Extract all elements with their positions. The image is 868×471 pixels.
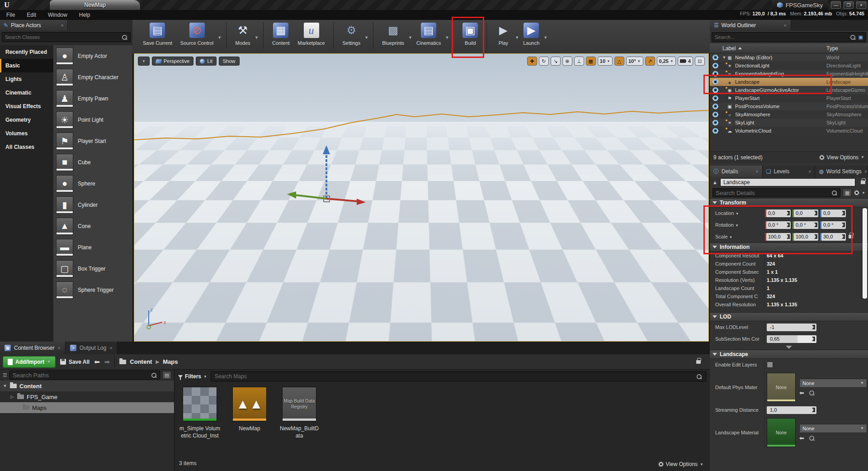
search-maps-input[interactable] — [215, 373, 696, 380]
browse-icon[interactable] — [809, 435, 815, 441]
output-log-tab[interactable]: >Output Log× — [66, 342, 118, 354]
use-selected-arrow-icon[interactable]: ⬅ — [799, 435, 804, 442]
place-actors-tab[interactable]: ✎ Place Actors × — [0, 20, 68, 31]
details-scrollbar[interactable] — [863, 208, 867, 299]
lit-button[interactable]: Lit — [196, 57, 217, 66]
world-coordinate-button[interactable]: ⊕ — [562, 57, 572, 66]
location-z-field[interactable]: 0,0 — [820, 209, 846, 217]
close-button[interactable]: × — [856, 1, 866, 9]
asset-newmap-builtdata[interactable]: Map Build Data Registry NewMap_BuiltData — [278, 387, 320, 439]
category-volumes[interactable]: Volumes — [0, 127, 53, 140]
category-all-classes[interactable]: All Classes — [0, 140, 53, 154]
viewport-options-button[interactable]: ▼ — [138, 57, 150, 66]
list-item[interactable]: ▢Box Trigger — [53, 258, 132, 279]
perspective-button[interactable]: Perspective — [152, 57, 193, 66]
list-item[interactable]: ⚑Player Start — [53, 130, 132, 152]
list-item[interactable]: ♙Empty Character — [53, 67, 132, 88]
scale-snap-toggle[interactable]: ↗ — [645, 57, 655, 66]
surface-snap-button[interactable]: ⊥ — [574, 57, 584, 66]
build-button[interactable]: ▣ Build — [458, 22, 482, 47]
launch-button[interactable]: ▶ Launch — [519, 22, 543, 47]
close-icon[interactable]: × — [784, 23, 787, 28]
visibility-eye-icon[interactable] — [712, 95, 718, 101]
breadcrumb-content[interactable]: Content — [130, 358, 152, 365]
chevron-down-icon[interactable]: ▼ — [515, 35, 519, 40]
expand-arrow-icon[interactable]: ▼ — [3, 384, 7, 388]
search-details-input[interactable] — [716, 190, 831, 196]
show-button[interactable]: Show — [219, 57, 240, 66]
scale-tool-button[interactable]: ↘ — [551, 57, 561, 66]
expand-arrow-icon[interactable]: ▷ — [10, 395, 14, 399]
spinner-icon[interactable] — [841, 234, 845, 239]
list-item[interactable]: ▬Plane — [53, 237, 132, 258]
settings-button[interactable]: ⚙ Settings — [338, 22, 364, 47]
visibility-eye-icon[interactable] — [712, 55, 718, 61]
content-browser-tab[interactable]: ▦Content Browser× — [0, 342, 66, 354]
lock-icon[interactable] — [849, 235, 853, 238]
save-all-button[interactable]: Save All — [60, 359, 90, 365]
chevron-down-icon[interactable]: ▼ — [735, 224, 739, 228]
location-y-field[interactable]: 0,0 — [793, 209, 818, 217]
spinner-icon[interactable] — [813, 211, 817, 215]
table-row[interactable]: ≈ExponentialHeightFogExponentialHeightFo… — [710, 70, 868, 78]
back-arrow-icon[interactable]: ⬅ — [94, 358, 100, 366]
landscape-material-thumbnail[interactable]: None — [767, 418, 796, 447]
rotation-x-field[interactable]: 0,0 ° — [765, 221, 791, 229]
chevron-down-icon[interactable]: ▼ — [736, 212, 739, 216]
spinner-icon[interactable] — [841, 211, 845, 215]
grid-snap-toggle[interactable]: ▦ — [586, 57, 596, 66]
menu-window[interactable]: Window — [48, 12, 67, 18]
chevron-down-icon[interactable]: ▼ — [543, 35, 547, 40]
spinner-icon[interactable] — [811, 325, 815, 329]
sources-toggle-icon[interactable]: ☰ — [3, 372, 7, 378]
close-icon[interactable]: × — [808, 169, 811, 174]
list-item[interactable]: ▮Cylinder — [53, 194, 132, 215]
level-tab[interactable]: NewMap — [50, 0, 140, 10]
blueprints-button[interactable]: ▩ Blueprints — [378, 22, 408, 47]
expand-arrow-icon[interactable]: ▼ — [722, 55, 726, 60]
category-visual-effects[interactable]: Visual Effects — [0, 100, 53, 113]
grid-snap-value[interactable]: 10▼ — [598, 57, 613, 66]
list-item[interactable]: ☀Point Light — [53, 109, 132, 130]
marketplace-button[interactable]: u Marketplace — [294, 22, 329, 47]
category-recently-placed[interactable]: Recently Placed — [0, 45, 53, 59]
close-icon[interactable]: × — [109, 345, 112, 351]
browse-icon[interactable] — [809, 390, 815, 396]
list-item[interactable]: ▲Cone — [53, 215, 132, 237]
spinner-icon[interactable] — [813, 223, 817, 227]
rotate-tool-button[interactable]: ↻ — [539, 57, 549, 66]
eye-icon[interactable] — [854, 190, 859, 195]
table-row-landscape-selected[interactable]: ▲LandscapeLandscape — [710, 78, 868, 86]
source-control-button[interactable]: ⊘ Source Control — [176, 22, 217, 47]
tab-levels[interactable]: ❏Levels× — [763, 166, 816, 177]
modes-button[interactable]: ⚒ Modes — [231, 22, 255, 47]
visibility-eye-icon[interactable] — [712, 120, 718, 126]
section-landscape[interactable]: Landscape — [710, 350, 868, 359]
section-information[interactable]: Information — [710, 243, 868, 252]
tab-details[interactable]: ⓘDetails× — [710, 166, 763, 177]
forward-arrow-icon[interactable]: ➡ — [104, 358, 110, 366]
table-row[interactable]: ⚑PlayerStartPlayerStart — [710, 94, 868, 102]
use-selected-arrow-icon[interactable]: ⬅ — [799, 390, 804, 396]
search-classes-input[interactable] — [5, 34, 122, 40]
tree-item-fps-game[interactable]: ▷FPS_Game — [0, 391, 174, 402]
add-import-button[interactable]: Add/Import▼ — [3, 356, 56, 368]
section-lod[interactable]: LOD — [710, 312, 868, 321]
chevron-down-icon[interactable]: ▼ — [217, 35, 222, 40]
minimize-button[interactable]: — — [831, 1, 841, 9]
transform-gizmo[interactable] — [283, 140, 369, 217]
asset-newmap[interactable]: ▲▲ NewMap — [229, 387, 270, 439]
actor-name-field[interactable] — [720, 178, 855, 186]
phys-material-thumbnail[interactable]: None — [767, 373, 796, 402]
visibility-eye-icon[interactable] — [712, 104, 718, 109]
content-button[interactable]: ▦ Content — [268, 22, 294, 47]
list-item[interactable]: ●Empty Actor — [53, 45, 132, 67]
spinner-icon[interactable] — [811, 408, 815, 412]
outliner-search-input[interactable] — [715, 34, 850, 40]
save-current-button[interactable]: ▤ Save Current — [139, 22, 176, 47]
rotation-z-field[interactable]: 0,0 ° — [820, 221, 846, 229]
table-row[interactable]: ☀DirectionalLightDirectionalLight — [710, 62, 868, 70]
close-icon[interactable]: × — [57, 345, 60, 351]
asset-volumetric-cloud-inst[interactable]: m_Simple Volumetric Cloud_Inst — [179, 387, 221, 439]
scale-y-field[interactable]: 100,0 — [793, 233, 818, 241]
